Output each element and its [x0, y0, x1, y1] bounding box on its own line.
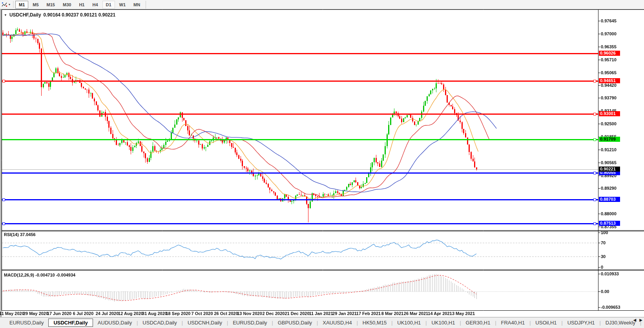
chart-title: ▼ USDCHF,Daily 0.90164 0.90237 0.90121 0…: [4, 12, 115, 18]
chart-tab-hk50-m15[interactable]: HK50,M15: [358, 319, 391, 326]
chart-cursor-tool-icon[interactable]: ▾: [0, 1, 12, 9]
price-tick-label: 0.95065: [601, 70, 617, 75]
price-line-label: 0.87513: [599, 221, 620, 226]
date-tick-label[interactable]: 12 Aug 2020: [118, 311, 143, 316]
toolbar-grip: [13, 1, 14, 8]
date-tick-label[interactable]: 18 Sep 2020: [166, 311, 191, 316]
chart-tab-uk100-h1[interactable]: UK100,H1: [427, 319, 460, 326]
price-tick-label: 0.89290: [601, 186, 617, 191]
date-tick-label[interactable]: 26 Oct 2020: [214, 311, 238, 316]
chart-tab-usdcad-daily[interactable]: USDCAD,Daily: [138, 319, 181, 326]
price-tick-label: 0.90565: [601, 160, 617, 165]
price-line-label: 0.96026: [599, 51, 620, 56]
current-price-label: 0.90221: [599, 167, 620, 172]
chart-tab-fra40-h1[interactable]: FRA40,H1: [496, 319, 530, 326]
date-tick-label[interactable]: 29 May 2020: [23, 311, 48, 316]
price-tick-label: 0.96355: [601, 44, 617, 49]
tab-scroll-left-icon[interactable]: ◀: [633, 318, 637, 322]
chart-tab-bar: EURUSD,DailyUSDCHF,DailyAUDUSD,Daily|USD…: [0, 317, 644, 328]
chart-menu-dropdown-icon[interactable]: ▼: [4, 13, 7, 17]
timeframe-button-d1[interactable]: D1: [102, 1, 115, 9]
chart-tab-usdchf-daily[interactable]: USDCHF,Daily: [48, 319, 93, 327]
rsi-tick-label: 70: [601, 240, 606, 246]
date-tick-label[interactable]: 13 Nov 2020: [237, 311, 262, 316]
date-tick-label[interactable]: 2 Dec 2020: [263, 311, 285, 316]
timeframe-button-h4[interactable]: H4: [89, 1, 101, 9]
chart-tab-gbpusd-daily[interactable]: GBPUSD,Daily: [273, 319, 317, 326]
price-tick-label: 0.95710: [601, 57, 617, 62]
chart-tab-eurusd-daily[interactable]: EURUSD,Daily: [5, 319, 48, 326]
chart-tab-usdjpy-h1[interactable]: USDJPY,H1: [563, 319, 600, 326]
symbol-period: USDCHF,Daily: [9, 12, 41, 18]
cursor-tool-glyph: [2, 2, 8, 7]
date-tick-label[interactable]: 21 Dec 2020: [285, 311, 310, 316]
rsi-tick-label: 30: [601, 254, 606, 259]
timeframe-toolbar: M1M5M15M30H1H4D1W1MN: [15, 1, 144, 9]
date-tick-label[interactable]: 11 Jan 2021: [309, 311, 333, 316]
chart-tab-usdcnh-daily[interactable]: USDCNH,Daily: [183, 319, 227, 326]
chart-tab-ger30-h1[interactable]: GER30,H1: [461, 319, 495, 326]
chart-tab-audusd-daily[interactable]: AUDUSD,Daily: [93, 319, 137, 326]
timeframe-button-m5[interactable]: M5: [29, 1, 42, 9]
chart-tab-eurusd-daily[interactable]: EURUSD,Daily: [228, 319, 272, 326]
date-tick-label[interactable]: 24 Jul 2020: [96, 311, 119, 316]
timeframe-button-m1[interactable]: M1: [15, 1, 28, 9]
date-tick-label[interactable]: 6 Jul 2020: [73, 311, 94, 316]
macd-tick-label: 0.010933: [601, 271, 619, 277]
toolbar: ▾ M1M5M15M30H1H4D1W1MN: [0, 0, 644, 9]
macd-tick-label: -0.009653: [601, 305, 620, 310]
chart-canvas[interactable]: [0, 0, 644, 328]
chart-tab-uk100-h1[interactable]: UK100,H1: [392, 319, 425, 326]
price-tick-label: 0.94420: [601, 83, 617, 88]
price-line-label: 0.88703: [599, 197, 620, 202]
date-tick-label[interactable]: 17 Jun 2020: [47, 311, 71, 316]
timeframe-button-m15[interactable]: M15: [43, 1, 58, 9]
price-tick-label: 0.93790: [601, 95, 617, 101]
rsi-indicator-title: RSI(14) 37.0456: [4, 232, 36, 237]
toolbar-separator: [146, 1, 146, 9]
date-tick-label[interactable]: 17 Feb 2021: [356, 311, 381, 316]
price-line-label: 0.91709: [599, 137, 620, 142]
price-tick-label: 0.97000: [601, 31, 617, 37]
timeframe-button-m30[interactable]: M30: [59, 1, 75, 9]
date-tick-label[interactable]: 3 May 2021: [452, 311, 475, 316]
price-line-label: 0.94651: [599, 78, 620, 83]
tab-scroll-right-icon[interactable]: ▶: [639, 318, 642, 322]
date-tick-label[interactable]: 11 May 2020: [0, 311, 24, 316]
timeframe-button-h1[interactable]: H1: [75, 1, 88, 9]
macd-indicator-title: MACD(12,26,9) -0.004710 -0.004934: [4, 273, 75, 277]
macd-tick-label: 0.00: [601, 289, 609, 294]
date-tick-label[interactable]: 7 Oct 2020: [191, 311, 213, 316]
price-tick-label: 0.88000: [601, 211, 617, 216]
chart-tab-usoil-h1[interactable]: USOil,H1: [531, 319, 561, 326]
chart-tab-xauusd-h4[interactable]: XAUUSD,H4: [318, 319, 356, 326]
ohlc-values: 0.90164 0.90237 0.90121 0.90221: [44, 12, 116, 18]
date-tick-label[interactable]: 31 Aug 2020: [142, 311, 167, 316]
price-tick-label: 0.91210: [601, 147, 617, 152]
timeframe-button-mn[interactable]: MN: [130, 1, 144, 9]
tab-scroll-arrows: ◀ ▶: [633, 318, 642, 322]
price-line-label: 0.93001: [599, 111, 620, 116]
rsi-tick-label: 0: [601, 265, 603, 270]
tool-dropdown-caret-icon[interactable]: ▾: [9, 3, 10, 6]
date-tick-label[interactable]: 29 Jan 2021: [332, 311, 357, 316]
rsi-tick-label: 100: [601, 230, 608, 235]
date-tick-label[interactable]: 8 Mar 2021: [381, 311, 403, 316]
price-tick-label: 0.92500: [601, 121, 617, 126]
price-tick-label: 0.97645: [601, 18, 617, 24]
date-tick-label[interactable]: 14 Apr 2021: [428, 311, 452, 316]
date-tick-label[interactable]: 26 Mar 2021: [404, 311, 428, 316]
timeframe-button-w1[interactable]: W1: [116, 1, 130, 9]
